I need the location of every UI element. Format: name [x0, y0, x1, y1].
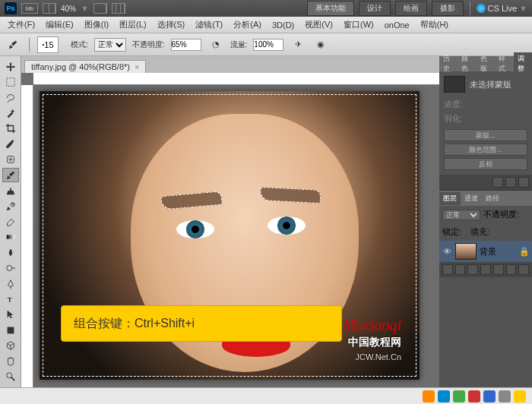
dodge-tool[interactable] — [2, 260, 19, 275]
layer-fx-icon[interactable] — [455, 264, 466, 275]
horizontal-ruler[interactable] — [33, 73, 439, 85]
3d-tool[interactable] — [2, 339, 19, 353]
bridge-icon[interactable]: Mb — [21, 3, 38, 14]
screen-mode-icon[interactable] — [93, 3, 107, 14]
photoshop-icon[interactable]: Ps — [5, 2, 17, 14]
crop-tool[interactable] — [2, 122, 19, 136]
mask-footer-icon[interactable] — [505, 177, 516, 188]
zoom-tool[interactable] — [2, 369, 19, 383]
move-tool[interactable] — [2, 59, 19, 74]
panel-tab-history[interactable]: 历史 — [439, 52, 458, 75]
menu-edit[interactable]: 编辑(E) — [41, 17, 78, 32]
panel-tab-channels[interactable]: 通道 — [461, 192, 482, 205]
eraser-tool[interactable] — [2, 214, 19, 229]
menu-help[interactable]: 帮助(H) — [416, 17, 453, 32]
arrange-documents-icon[interactable] — [43, 3, 56, 14]
tray-icon[interactable] — [453, 390, 465, 402]
layer-opacity-label: 不透明度: — [483, 209, 519, 220]
panel-tab-styles[interactable]: 样式 — [495, 52, 513, 75]
blur-tool[interactable] — [2, 245, 19, 260]
menu-3d[interactable]: 3D(D) — [268, 19, 299, 31]
type-tool[interactable]: T — [2, 292, 19, 306]
flow-input[interactable] — [253, 39, 283, 51]
lock-label: 锁定: — [442, 226, 461, 238]
path-selection-tool[interactable] — [2, 308, 19, 322]
blend-mode-select[interactable]: 正常 — [94, 38, 126, 52]
eyedropper-tool[interactable] — [2, 137, 19, 151]
adjustment-layer-icon[interactable] — [480, 264, 491, 275]
current-tool-icon[interactable] — [5, 37, 21, 52]
tablet-pressure-icon[interactable]: ◉ — [312, 37, 329, 52]
layer-visibility-icon[interactable]: 👁 — [442, 246, 452, 257]
gradient-tool[interactable] — [2, 230, 19, 245]
workspace-tab-painting[interactable]: 绘画 — [395, 1, 427, 16]
svg-point-4 — [6, 266, 11, 271]
airbrush-icon[interactable]: ✈ — [290, 37, 306, 52]
masks-panel-footer — [439, 175, 532, 190]
menu-window[interactable]: 窗口(W) — [339, 17, 378, 32]
hand-tool[interactable] — [2, 354, 19, 368]
healing-brush-tool[interactable] — [2, 153, 19, 167]
menu-layer[interactable]: 图层(L) — [115, 17, 150, 32]
shape-tool[interactable] — [2, 323, 19, 337]
mask-thumbnail[interactable] — [444, 76, 465, 93]
menu-image[interactable]: 图像(I) — [80, 17, 113, 32]
menu-select[interactable]: 选择(S) — [153, 17, 190, 32]
mask-footer-icon[interactable] — [492, 177, 503, 188]
workspace-tab-essentials[interactable]: 基本功能 — [307, 1, 354, 16]
panel-tab-swatches[interactable]: 色板 — [477, 52, 495, 75]
mask-edge-button[interactable]: 蒙版... — [444, 129, 527, 141]
opacity-pressure-icon[interactable]: ◔ — [207, 37, 224, 52]
delete-layer-icon[interactable] — [518, 264, 529, 275]
layer-thumbnail[interactable] — [455, 243, 477, 260]
panel-tab-adjustments[interactable]: 调整 — [514, 52, 532, 75]
workspace-tab-photography[interactable]: 摄影 — [432, 1, 464, 16]
menu-filter[interactable]: 滤镜(T) — [191, 17, 227, 32]
tray-icon[interactable] — [468, 390, 480, 402]
lasso-tool[interactable] — [2, 90, 19, 105]
canvas[interactable]: 组合按键：Ctrl+Shift+i Muxiaoqi 中国教程网 JCW.Net… — [40, 91, 420, 380]
layers-panel: 图层 通道 路径 正常 不透明度: 锁定: 填充: 👁 背景 🔒 — [439, 191, 532, 404]
new-layer-icon[interactable] — [506, 264, 517, 275]
tray-icon[interactable] — [423, 390, 435, 402]
menu-view[interactable]: 视图(V) — [300, 17, 337, 32]
extras-icon[interactable] — [112, 3, 125, 14]
density-label: 浓度: — [444, 99, 463, 109]
history-brush-tool[interactable] — [2, 199, 19, 213]
menu-file[interactable]: 文件(F) — [3, 17, 40, 32]
pen-tool[interactable] — [2, 276, 19, 291]
brush-tool[interactable] — [2, 168, 19, 182]
clone-stamp-tool[interactable] — [2, 183, 19, 197]
tray-icon[interactable] — [483, 390, 496, 402]
lock-icon: 🔒 — [519, 247, 530, 257]
layer-name[interactable]: 背景 — [480, 246, 496, 257]
zoom-level-display[interactable]: 40% — [61, 5, 76, 13]
new-group-icon[interactable] — [493, 264, 504, 275]
close-tab-icon[interactable]: × — [135, 62, 139, 71]
panel-tab-paths[interactable]: 路径 — [482, 192, 503, 205]
link-layers-icon[interactable] — [442, 264, 453, 275]
workspace-tab-design[interactable]: 设计 — [359, 1, 391, 16]
menu-analysis[interactable]: 分析(A) — [229, 17, 266, 32]
tray-icon[interactable] — [438, 390, 450, 402]
layer-mask-icon[interactable] — [467, 264, 478, 275]
panel-tab-color[interactable]: 颜色 — [458, 52, 476, 75]
opacity-input[interactable] — [171, 39, 201, 51]
tray-icon[interactable] — [514, 390, 526, 402]
document-tab[interactable]: tiffany.jpg @ 40%(RGB/8*) × — [24, 60, 146, 73]
color-range-button[interactable]: 颜色范围... — [444, 144, 527, 156]
layer-blend-mode-select[interactable]: 正常 — [442, 210, 480, 220]
panel-tab-layers[interactable]: 图层 — [439, 192, 461, 205]
tray-icon[interactable] — [499, 390, 511, 402]
magic-wand-tool[interactable] — [2, 106, 19, 120]
delete-mask-icon[interactable] — [518, 177, 529, 188]
feather-label: 羽化: — [444, 114, 463, 123]
opacity-label: 不透明度: — [132, 39, 165, 50]
marquee-tool[interactable] — [2, 74, 19, 89]
menu-onone[interactable]: onOne — [380, 19, 414, 31]
vertical-ruler[interactable] — [21, 85, 33, 404]
cs-live-button[interactable]: CS Live▼ — [477, 4, 527, 13]
brush-preset-picker[interactable]: •15 — [37, 36, 59, 53]
layer-row-background[interactable]: 👁 背景 🔒 — [439, 241, 532, 262]
invert-button[interactable]: 反相 — [444, 158, 527, 170]
